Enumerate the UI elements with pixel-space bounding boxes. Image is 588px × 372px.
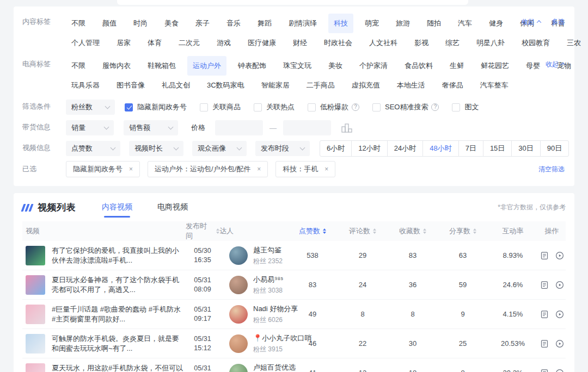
content-tag[interactable]: 颜值 [97,14,122,33]
ecom-tag[interactable]: 玩具乐器 [66,76,105,95]
ecom-tag[interactable]: 鞋靴箱包 [142,56,181,76]
detail-button[interactable] [540,369,549,372]
content-tag[interactable]: 影视 [409,33,434,53]
video-title[interactable]: 可触屏的防水手机袋。炎炎夏日，就是要和闺蜜去玩玩水啊~有了... [52,334,186,354]
avatar[interactable] [229,334,248,353]
content-tag[interactable]: 剧情演绎 [283,14,322,33]
content-tag[interactable]: 时政社会 [318,33,358,53]
ecom-tag[interactable]: 钟表配饰 [232,56,272,76]
remove-chip-icon[interactable]: × [257,165,261,173]
content-tag[interactable]: 财经 [287,33,313,53]
ecom-tag[interactable]: 不限 [66,56,91,76]
tab-电商视频[interactable]: 电商视频 [157,202,188,213]
content-tag[interactable]: 明星八卦 [471,33,510,53]
checkbox-隐藏新闻政务号[interactable]: 隐藏新闻政务号 [125,102,187,112]
time-range-24小时[interactable]: 24小时 [387,140,423,157]
detail-button[interactable] [540,281,549,289]
content-tag[interactable]: 美食 [159,14,184,33]
ecom-tag[interactable]: 食品饮料 [399,56,438,76]
sort-icon[interactable] [373,228,376,234]
content-tag[interactable]: 舞蹈 [252,14,277,33]
content-tag[interactable]: 亲子 [190,14,215,33]
remove-chip-icon[interactable]: × [129,165,133,173]
ecom-tag[interactable]: 汽车整车 [475,76,514,95]
avatar[interactable] [229,305,248,324]
video-info-dropdown-观众画像[interactable]: 观众画像 [192,141,247,156]
content-tag[interactable]: 体育 [142,33,167,53]
video-info-dropdown-发布时段[interactable]: 发布时段 [255,141,310,156]
help-icon[interactable]: ? [431,103,439,111]
ecom-tag[interactable]: 3C数码家电 [201,76,250,95]
content-tag[interactable]: 居家 [111,33,136,53]
content-tag[interactable]: 二次元 [173,33,205,53]
ecom-tag[interactable]: 智能家居 [256,76,295,95]
checkbox-关联热点[interactable]: 关联热点 [254,102,295,112]
time-range-15日[interactable]: 15日 [483,140,512,157]
checkbox-unchecked[interactable] [372,103,381,111]
content-tag[interactable]: 三农 [561,33,586,53]
avatar[interactable] [229,246,248,265]
ecom-tag[interactable]: 美妆 [323,56,348,76]
content-tag[interactable]: 健身 [483,14,509,33]
play-button[interactable] [555,251,564,260]
content-tag[interactable]: 游戏 [211,33,236,53]
video-thumbnail[interactable] [26,246,45,265]
ecom-tag[interactable]: 本地生活 [391,76,431,95]
checkbox-unchecked[interactable] [254,103,262,111]
help-icon[interactable]: ? [352,103,359,111]
remove-chip-icon[interactable]: × [324,165,328,173]
checkbox-checked[interactable] [125,103,133,111]
clear-filters-button[interactable]: 清空筛选 [538,165,565,174]
play-button[interactable] [555,369,564,372]
avatar[interactable] [229,364,248,372]
content-tag[interactable]: 旅游 [390,14,415,33]
checkbox-关联商品[interactable]: 关联商品 [200,102,241,112]
ecom-tag[interactable]: 生鲜 [444,56,469,76]
content-tag[interactable]: 萌宠 [359,14,384,33]
column-header-评论数[interactable]: 评论数 [338,226,388,236]
time-range-7日[interactable]: 7日 [458,140,483,157]
content-tag[interactable]: 个人管理 [66,33,105,53]
ecom-tag[interactable]: 鲜花园艺 [475,56,514,76]
creator-name[interactable]: 小易易⁹⁸⁵ [253,275,283,284]
price-max-input[interactable] [283,120,331,135]
checkbox-unchecked[interactable] [452,103,460,111]
content-tag[interactable]: 汽车 [452,14,477,33]
checkbox-unchecked[interactable] [200,103,208,111]
sales-revenue-dropdown[interactable]: 销售额 [124,120,178,135]
ecom-tag[interactable]: 奢侈品 [437,76,469,95]
sales-volume-dropdown[interactable]: 销量 [66,120,114,135]
content-tag[interactable]: 不限 [66,14,91,33]
ecom-tag[interactable]: 母婴 [520,56,546,76]
content-tag[interactable]: 时尚 [128,14,153,33]
sort-icon[interactable] [323,228,326,234]
play-button[interactable] [555,339,564,348]
fans-count-dropdown[interactable]: 粉丝数 [66,100,115,115]
ecom-tag[interactable]: 个护家清 [354,56,393,76]
sort-icon[interactable] [473,228,476,234]
video-thumbnail[interactable] [26,305,45,324]
ecom-tag[interactable]: 虚拟充值 [346,76,385,95]
column-header-分享数[interactable]: 分享数 [438,226,488,236]
price-distribution-chart-icon[interactable] [341,123,354,133]
price-min-input[interactable] [215,120,263,135]
time-range-30日[interactable]: 30日 [511,140,540,157]
content-tag[interactable]: 音乐 [221,14,246,33]
time-range-12小时[interactable]: 12小时 [351,140,387,157]
content-tag[interactable]: 校园教育 [516,33,555,53]
column-header-收藏数[interactable]: 收藏数 [388,226,438,236]
collapse-ecom-tags-link[interactable]: 收起 [546,56,565,72]
detail-button[interactable] [540,339,549,348]
checkbox-图文[interactable]: 图文 [452,102,479,112]
ecom-tag[interactable]: 图书音像 [111,76,150,95]
content-tag[interactable]: 综艺 [440,33,465,53]
checkbox-低粉爆款[interactable]: 低粉爆款? [308,102,359,112]
collapse-content-tags-link[interactable]: 收起 [522,14,541,30]
content-tag[interactable]: 随拍 [421,14,446,33]
content-tag[interactable]: 人文社科 [364,33,403,53]
time-range-90日[interactable]: 90日 [540,140,569,157]
video-info-dropdown-视频时长[interactable]: 视频时长 [129,141,183,156]
checkbox-unchecked[interactable] [308,103,316,111]
ecom-tag[interactable]: 运动户外 [187,56,226,76]
video-title[interactable]: 夏天玩水，用这款#手机防水袋，不但可以防水还可以拍照接打电... [52,363,186,372]
